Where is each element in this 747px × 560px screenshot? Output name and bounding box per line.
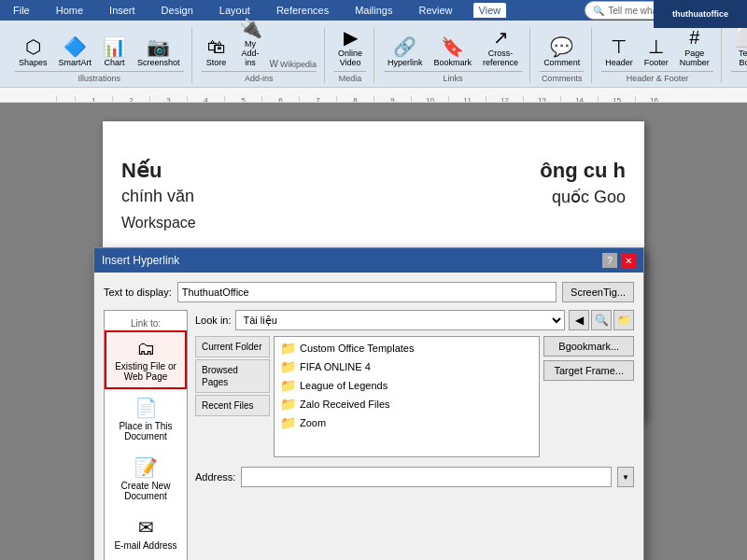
btn-screenshot[interactable]: 📷 Screenshot bbox=[134, 35, 184, 69]
myaddin-icon: 🔌 bbox=[239, 19, 262, 37]
browsed-pages-button[interactable]: Browsed Pages bbox=[195, 359, 270, 393]
addins-items: 🛍 Store 🔌 My Add-ins W Wikipedia bbox=[202, 17, 317, 69]
file-item-zalo[interactable]: 📁 Zalo Received Files bbox=[276, 395, 537, 413]
btn-shapes[interactable]: ⬡ Shapes bbox=[15, 35, 51, 69]
existing-file-label: Existing File orWeb Page bbox=[115, 361, 176, 382]
online-video-icon: ▶ bbox=[344, 28, 358, 47]
group-media: ▶ OnlineVideo Media bbox=[327, 27, 374, 83]
back-button[interactable]: ◀ bbox=[569, 310, 589, 330]
btn-online-video[interactable]: ▶ OnlineVideo bbox=[334, 26, 366, 69]
text-label: Text bbox=[731, 71, 747, 83]
ruler-mark: 3 bbox=[149, 96, 187, 102]
file-name: FIFA ONLINE 4 bbox=[300, 361, 371, 372]
btn-footer[interactable]: ⊥ Footer bbox=[641, 35, 672, 69]
cross-reference-icon: ↗ bbox=[493, 28, 509, 47]
text-display-input[interactable] bbox=[177, 282, 557, 302]
ruler-mark: 16 bbox=[635, 96, 672, 102]
create-document-icon: 📝 bbox=[134, 456, 158, 479]
btn-hyperlink[interactable]: 🔗 Hyperlink bbox=[384, 35, 427, 69]
bookmark-button[interactable]: Bgookmark... bbox=[543, 336, 634, 357]
chart-icon: 📊 bbox=[103, 37, 126, 56]
btn-cross-reference[interactable]: ↗ Cross-reference bbox=[479, 26, 522, 69]
ruler-marks: 1 2 3 4 5 6 7 8 9 10 11 12 13 14 15 16 bbox=[0, 88, 747, 102]
link-sidebar: Link to: 🗂 Existing File orWeb Page 📄 Pl… bbox=[104, 310, 188, 560]
address-dropdown[interactable]: ▼ bbox=[617, 467, 634, 487]
btn-comment[interactable]: 💬 Comment bbox=[540, 35, 584, 69]
text-items: ⬜ TextBox ⚡ QuickParts Ａ WordArt T DropC… bbox=[731, 26, 747, 69]
group-illustrations: ⬡ Shapes 🔷 SmartArt 📊 Chart 📷 Screenshot… bbox=[7, 27, 192, 83]
footer-icon: ⊥ bbox=[648, 37, 664, 56]
bookmark-icon: 🔖 bbox=[441, 37, 464, 56]
btn-textbox[interactable]: ⬜ TextBox bbox=[731, 26, 747, 69]
shapes-icon: ⬡ bbox=[25, 37, 41, 56]
place-document-icon: 📄 bbox=[134, 397, 158, 419]
group-addins: 🛍 Store 🔌 My Add-ins W Wikipedia Add-ins bbox=[194, 27, 325, 83]
look-in-label: Look in: bbox=[195, 315, 232, 326]
btn-store[interactable]: 🛍 Store bbox=[202, 35, 232, 69]
current-folder-button[interactable]: Current Folder bbox=[195, 336, 270, 357]
ruler-mark: 5 bbox=[224, 96, 261, 102]
create-document-label: Create NewDocument bbox=[121, 481, 171, 501]
tab-design[interactable]: Design bbox=[156, 3, 199, 18]
look-in-select[interactable]: Tài liệu bbox=[235, 310, 565, 330]
recent-files-button[interactable]: Recent Files bbox=[195, 395, 270, 416]
tab-home[interactable]: Home bbox=[50, 3, 89, 18]
btn-chart[interactable]: 📊 Chart bbox=[99, 35, 130, 69]
search-icon: 🔍 bbox=[593, 6, 604, 16]
btn-smartart[interactable]: 🔷 SmartArt bbox=[55, 35, 96, 69]
btn-bookmark[interactable]: 🔖 Bookmark bbox=[430, 35, 476, 69]
tab-view[interactable]: View bbox=[473, 3, 507, 18]
btn-myaddin[interactable]: 🔌 My Add-ins bbox=[235, 17, 266, 69]
file-item-zoom[interactable]: 📁 Zoom bbox=[276, 413, 537, 432]
header-footer-label: Header & Footer bbox=[601, 71, 713, 83]
ruler-mark: 14 bbox=[560, 96, 598, 102]
btn-page-number[interactable]: # PageNumber bbox=[676, 26, 713, 69]
file-name: Custom Office Templates bbox=[300, 343, 414, 354]
help-button[interactable]: ? bbox=[602, 253, 617, 268]
screentip-button[interactable]: ScreenTig... bbox=[562, 282, 634, 302]
look-in-buttons: ◀ 🔍 📁 bbox=[569, 310, 634, 330]
target-frame-button[interactable]: Target Frame... bbox=[543, 360, 634, 381]
tab-review[interactable]: Review bbox=[414, 3, 458, 18]
tab-mailings[interactable]: Mailings bbox=[349, 3, 398, 18]
search-browse-button[interactable]: 🔍 bbox=[591, 310, 612, 330]
dialog-title: Insert Hyperlink bbox=[102, 254, 179, 267]
look-in-row: Look in: Tài liệu ◀ 🔍 📁 bbox=[195, 310, 634, 330]
existing-file-icon: 🗂 bbox=[136, 338, 155, 359]
hyperlink-icon: 🔗 bbox=[393, 37, 416, 56]
doc-text-line2: chính văn bbox=[121, 187, 194, 206]
new-folder-button[interactable]: 📁 bbox=[613, 310, 634, 330]
tab-layout[interactable]: Layout bbox=[214, 3, 256, 18]
links-items: 🔗 Hyperlink 🔖 Bookmark ↗ Cross-reference bbox=[384, 26, 522, 69]
link-option-email[interactable]: ✉ E-mail Address bbox=[105, 509, 187, 558]
ruler-mark bbox=[56, 96, 75, 102]
header-icon: ⊤ bbox=[611, 37, 627, 56]
tab-insert[interactable]: Insert bbox=[104, 3, 141, 18]
media-label: Media bbox=[334, 71, 366, 83]
address-input[interactable] bbox=[241, 467, 612, 487]
folder-icon: 📁 bbox=[280, 378, 296, 393]
file-item-fifa[interactable]: 📁 FIFA ONLINE 4 bbox=[276, 357, 537, 376]
link-option-create[interactable]: 📝 Create NewDocument bbox=[105, 449, 187, 509]
close-button[interactable]: ✕ bbox=[621, 253, 636, 268]
dialog-titlebar: Insert Hyperlink ? ✕ bbox=[94, 248, 643, 273]
tab-file[interactable]: File bbox=[7, 3, 35, 18]
insert-hyperlink-dialog: Insert Hyperlink ? ✕ Text to display: Sc… bbox=[93, 247, 644, 560]
ruler-mark: 12 bbox=[486, 96, 523, 102]
file-item-league[interactable]: 📁 League of Legends bbox=[276, 376, 537, 395]
group-links: 🔗 Hyperlink 🔖 Bookmark ↗ Cross-reference… bbox=[376, 27, 530, 83]
link-option-place[interactable]: 📄 Place in ThisDocument bbox=[105, 389, 187, 449]
link-option-existing[interactable]: 🗂 Existing File orWeb Page bbox=[105, 330, 187, 389]
ruler-mark: 6 bbox=[261, 96, 299, 102]
page-number-icon: # bbox=[689, 28, 699, 47]
folder-icon: 📁 bbox=[280, 359, 296, 374]
wikipedia-icon: W bbox=[270, 59, 278, 69]
file-item-custom-office[interactable]: 📁 Custom Office Templates bbox=[276, 339, 537, 357]
btn-header[interactable]: ⊤ Header bbox=[601, 35, 637, 69]
tab-references[interactable]: References bbox=[271, 3, 334, 18]
header-footer-items: ⊤ Header ⊥ Footer # PageNumber bbox=[601, 26, 713, 69]
illustrations-items: ⬡ Shapes 🔷 SmartArt 📊 Chart 📷 Screenshot bbox=[15, 35, 184, 69]
email-icon: ✉ bbox=[138, 516, 154, 539]
ruler-mark: 1 bbox=[75, 96, 112, 102]
ruler-mark: 11 bbox=[448, 96, 486, 102]
